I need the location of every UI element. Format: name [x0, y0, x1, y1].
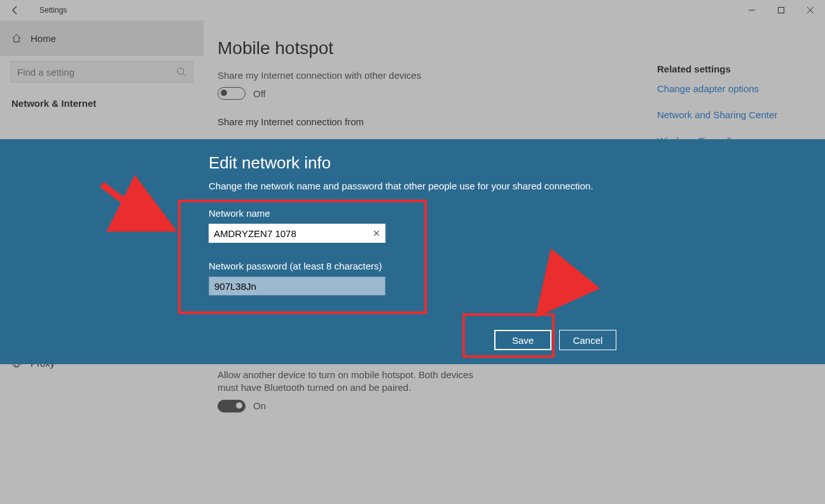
modal-description: Change the network name and password tha…: [209, 180, 825, 191]
modal-scrim-bottom: [0, 364, 825, 504]
network-name-label: Network name: [209, 208, 825, 219]
edit-network-modal: Edit network info Change the network nam…: [0, 139, 825, 364]
cancel-button[interactable]: Cancel: [559, 330, 616, 350]
network-password-label: Network password (at least 8 characters): [209, 261, 825, 271]
modal-title: Edit network info: [209, 153, 825, 173]
save-button[interactable]: Save: [494, 330, 551, 350]
modal-scrim-top: [0, 0, 825, 139]
network-name-input-wrap: ✕: [209, 224, 385, 243]
clear-icon[interactable]: ✕: [373, 228, 380, 238]
network-password-input-wrap: [209, 276, 385, 296]
network-password-input[interactable]: [214, 281, 380, 292]
network-name-input[interactable]: [214, 228, 373, 239]
